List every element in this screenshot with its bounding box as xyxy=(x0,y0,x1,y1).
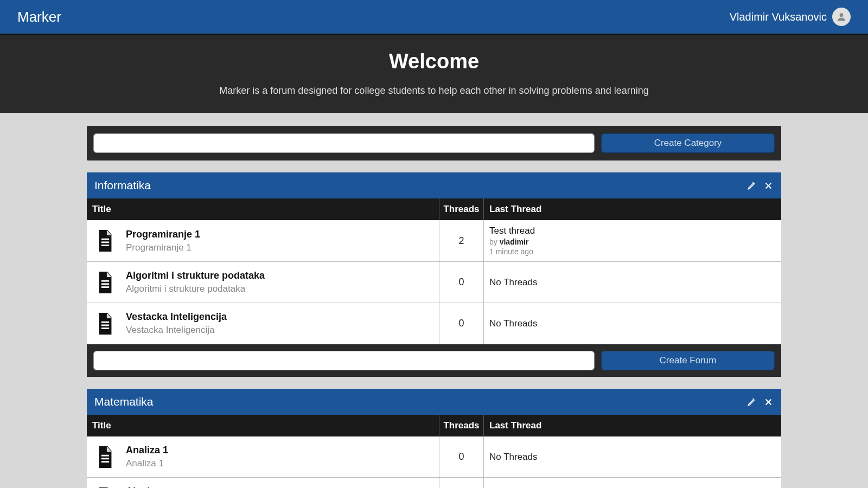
column-last-thread: Last Thread xyxy=(484,198,781,220)
navbar: Marker Vladimir Vuksanovic xyxy=(0,0,868,34)
svg-rect-12 xyxy=(101,461,109,463)
category-name[interactable]: Matematika xyxy=(94,395,154,408)
delete-category-button[interactable] xyxy=(763,396,774,407)
edit-icon xyxy=(747,397,757,407)
forum-title-cell: Algoritmi i strukture podatakaAlgoritmi … xyxy=(87,262,439,303)
category-name[interactable]: Informatika xyxy=(94,179,151,192)
forum-thread-count: 0 xyxy=(439,436,484,477)
document-icon xyxy=(95,272,115,293)
forum-last-thread: Test threadby vladimir1 minute ago xyxy=(484,220,781,261)
edit-category-button[interactable] xyxy=(746,180,757,191)
forum-thread-count: 2 xyxy=(439,220,484,261)
forum-description: Vestacka Inteligencija xyxy=(126,325,227,336)
forum-row: Programiranje 1Programiranje 12Test thre… xyxy=(87,220,781,262)
category-header: Matematika xyxy=(87,389,781,415)
column-headers: TitleThreadsLast Thread xyxy=(87,415,781,436)
document-icon xyxy=(95,446,115,468)
forum-last-thread: No Threads xyxy=(484,478,781,488)
forum-link[interactable]: Programiranje 1 xyxy=(126,229,200,240)
document-icon xyxy=(95,313,115,335)
avatar xyxy=(832,8,851,26)
user-name: Vladimir Vuksanovic xyxy=(730,11,827,23)
no-threads-label: No Threads xyxy=(489,277,776,288)
svg-rect-7 xyxy=(101,321,109,323)
close-icon xyxy=(764,398,773,406)
forum-title-cell: AlgebraAlgebra xyxy=(87,478,439,488)
forum-row: Analiza 1Analiza 10No Threads xyxy=(87,436,781,478)
column-threads: Threads xyxy=(439,415,484,436)
forum-last-thread: No Threads xyxy=(484,262,781,303)
last-thread-author: by vladimir xyxy=(489,237,776,246)
category: InformatikaTitleThreadsLast ThreadProgra… xyxy=(87,172,781,377)
svg-rect-10 xyxy=(101,454,109,456)
forum-thread-count: 0 xyxy=(439,303,484,344)
forum-last-thread: No Threads xyxy=(484,436,781,477)
forum-row: Algoritmi i strukture podatakaAlgoritmi … xyxy=(87,262,781,303)
forum-thread-count: 0 xyxy=(439,478,484,488)
no-threads-label: No Threads xyxy=(489,318,776,329)
forum-last-thread: No Threads xyxy=(484,303,781,344)
svg-rect-8 xyxy=(101,324,109,326)
forum-description: Analiza 1 xyxy=(126,458,168,469)
forum-link[interactable]: Analiza 1 xyxy=(126,445,168,456)
category: MatematikaTitleThreadsLast ThreadAnaliza… xyxy=(87,389,781,488)
forum-row: AlgebraAlgebra0No Threads xyxy=(87,478,781,488)
brand-link[interactable]: Marker xyxy=(17,9,61,25)
last-thread-time: 1 minute ago xyxy=(489,247,776,256)
main-container: Create Category InformatikaTitleThreadsL… xyxy=(87,126,781,488)
user-menu[interactable]: Vladimir Vuksanovic xyxy=(730,8,851,26)
svg-rect-3 xyxy=(101,245,109,246)
column-title: Title xyxy=(87,415,439,436)
forum-description: Algoritmi i strukture podataka xyxy=(126,284,265,294)
svg-point-0 xyxy=(840,13,844,17)
delete-category-button[interactable] xyxy=(763,180,774,191)
column-title: Title xyxy=(87,198,439,220)
no-threads-label: No Threads xyxy=(489,452,776,463)
edit-icon xyxy=(747,181,757,190)
create-forum-button[interactable]: Create Forum xyxy=(601,351,775,370)
hero: Welcome Marker is a forum designed for c… xyxy=(0,34,868,113)
forum-link[interactable]: Algoritmi i strukture podataka xyxy=(126,270,265,281)
svg-rect-1 xyxy=(101,239,109,240)
svg-rect-11 xyxy=(101,458,109,459)
document-icon xyxy=(95,230,115,252)
forum-row: Vestacka InteligencijaVestacka Inteligen… xyxy=(87,303,781,344)
svg-rect-6 xyxy=(101,286,109,288)
page-title: Welcome xyxy=(0,50,868,73)
edit-category-button[interactable] xyxy=(746,396,757,407)
forum-title-cell: Programiranje 1Programiranje 1 xyxy=(87,220,439,261)
create-forum-row: Create Forum xyxy=(87,344,781,377)
svg-rect-4 xyxy=(101,280,109,281)
forum-title-cell: Vestacka InteligencijaVestacka Inteligen… xyxy=(87,303,439,344)
forum-name-input[interactable] xyxy=(93,351,595,370)
forum-thread-count: 0 xyxy=(439,262,484,303)
svg-rect-5 xyxy=(101,283,109,285)
column-last-thread: Last Thread xyxy=(484,415,781,436)
create-category-row: Create Category xyxy=(87,126,781,160)
svg-rect-2 xyxy=(101,241,109,243)
create-category-button[interactable]: Create Category xyxy=(601,133,775,153)
close-icon xyxy=(764,182,773,190)
forum-title-cell: Analiza 1Analiza 1 xyxy=(87,436,439,477)
category-name-input[interactable] xyxy=(93,133,595,153)
category-header: Informatika xyxy=(87,172,781,198)
page-subtitle: Marker is a forum designed for college s… xyxy=(0,85,868,97)
column-threads: Threads xyxy=(439,198,484,220)
last-thread-title[interactable]: Test thread xyxy=(489,226,776,236)
forum-link[interactable]: Vestacka Inteligencija xyxy=(126,311,227,323)
forum-link[interactable]: Algebra xyxy=(126,486,162,488)
forum-description: Programiranje 1 xyxy=(126,242,200,253)
person-icon xyxy=(836,11,847,22)
svg-rect-9 xyxy=(101,328,109,329)
column-headers: TitleThreadsLast Thread xyxy=(87,198,781,220)
